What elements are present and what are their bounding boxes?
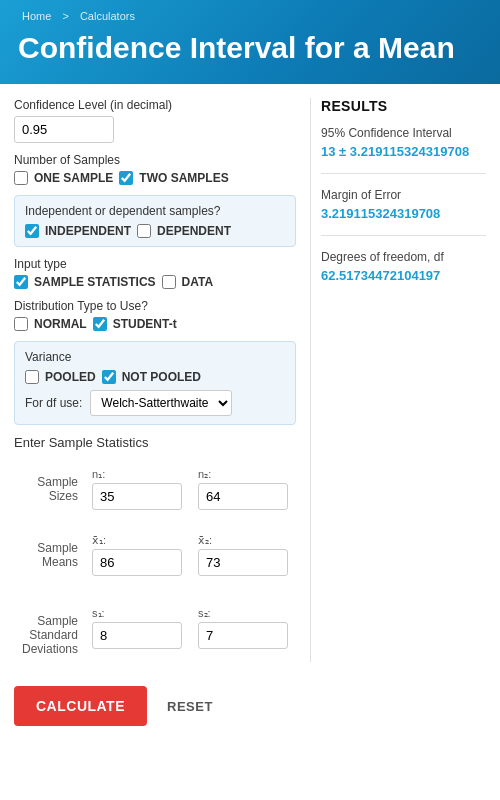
- for-df-label: For df use:: [25, 396, 82, 410]
- variance-box: Variance POOLED NOT POOLED For df use: W…: [14, 341, 296, 425]
- pooled-checkbox[interactable]: [25, 370, 39, 384]
- not-pooled-label[interactable]: NOT POOLED: [122, 370, 201, 384]
- dependent-label[interactable]: DEPENDENT: [157, 224, 231, 238]
- input-type-label: Input type: [14, 257, 296, 271]
- page-title: Confidence Interval for a Mean: [18, 30, 482, 66]
- n2-input[interactable]: [198, 483, 288, 510]
- sample-sizes-row-label: Sample Sizes: [16, 464, 84, 514]
- main-content: Confidence Level (in decimal) Number of …: [0, 84, 500, 676]
- independent-checkbox[interactable]: [25, 224, 39, 238]
- breadcrumb-separator: >: [62, 10, 68, 22]
- independent-dependent-box: Independent or dependent samples? INDEPE…: [14, 195, 296, 247]
- for-df-row: For df use: Welch-Satterthwaite Min(n1-1…: [25, 390, 285, 416]
- sample-means-table: Sample Means x̄₁: x̄₂:: [14, 528, 296, 582]
- breadcrumb-section[interactable]: Calculators: [80, 10, 135, 22]
- x1-sublabel: x̄₁:: [92, 534, 182, 547]
- sample-statistics-checkbox[interactable]: [14, 275, 28, 289]
- sample-statistics-label[interactable]: SAMPLE STATISTICS: [34, 275, 156, 289]
- input-type-group: Input type SAMPLE STATISTICS DATA: [14, 257, 296, 289]
- x2-sublabel: x̄₂:: [198, 534, 288, 547]
- samples-options-row: ONE SAMPLE TWO SAMPLES: [14, 171, 296, 185]
- distribution-type-group: Distribution Type to Use? NORMAL STUDENT…: [14, 299, 296, 331]
- independent-dependent-label: Independent or dependent samples?: [25, 204, 285, 218]
- enter-sample-stats-group: Enter Sample Statistics Sample Sizes n₁:…: [14, 435, 296, 662]
- variance-options-row: POOLED NOT POOLED: [25, 370, 285, 384]
- s2-sublabel: s₂:: [198, 607, 288, 620]
- one-sample-label[interactable]: ONE SAMPLE: [34, 171, 113, 185]
- n2-group: n₂:: [198, 468, 288, 510]
- breadcrumb-home[interactable]: Home: [22, 10, 51, 22]
- moe-result-item: Margin of Error 3.219115324319708: [321, 188, 486, 236]
- s2-group: s₂:: [198, 607, 288, 649]
- one-sample-checkbox[interactable]: [14, 171, 28, 185]
- button-row: CALCULATE RESET: [0, 676, 500, 740]
- results-title: RESULTS: [321, 98, 486, 114]
- number-of-samples-group: Number of Samples ONE SAMPLE TWO SAMPLES: [14, 153, 296, 185]
- x2-input[interactable]: [198, 549, 288, 576]
- input-type-row: SAMPLE STATISTICS DATA: [14, 275, 296, 289]
- left-column: Confidence Level (in decimal) Number of …: [14, 98, 296, 662]
- two-samples-checkbox[interactable]: [119, 171, 133, 185]
- x1-group: x̄₁:: [92, 534, 182, 576]
- df-result-item: Degrees of freedom, df 62.51734472104197: [321, 250, 486, 297]
- confidence-level-label: Confidence Level (in decimal): [14, 98, 296, 112]
- ci-result-item: 95% Confidence Interval 13 ± 3.219115324…: [321, 126, 486, 174]
- number-of-samples-label: Number of Samples: [14, 153, 296, 167]
- n1-group: n₁:: [92, 468, 182, 510]
- variance-label: Variance: [25, 350, 285, 364]
- s1-group: s₁:: [92, 607, 182, 649]
- sample-std-table: Sample Standard Deviations s₁: s₂:: [14, 594, 296, 662]
- x1-input[interactable]: [92, 549, 182, 576]
- moe-value: 3.219115324319708: [321, 206, 486, 221]
- s1-sublabel: s₁:: [92, 607, 182, 620]
- ci-label: 95% Confidence Interval: [321, 126, 486, 140]
- normal-label[interactable]: NORMAL: [34, 317, 87, 331]
- independent-dependent-row: INDEPENDENT DEPENDENT: [25, 224, 285, 238]
- n2-sublabel: n₂:: [198, 468, 288, 481]
- breadcrumb: Home > Calculators: [18, 10, 482, 22]
- student-t-checkbox[interactable]: [93, 317, 107, 331]
- sample-sizes-table: Sample Sizes n₁: n₂:: [14, 462, 296, 516]
- confidence-level-input[interactable]: [14, 116, 114, 143]
- dependent-checkbox[interactable]: [137, 224, 151, 238]
- right-column: RESULTS 95% Confidence Interval 13 ± 3.2…: [310, 98, 486, 662]
- s2-input[interactable]: [198, 622, 288, 649]
- distribution-type-label: Distribution Type to Use?: [14, 299, 296, 313]
- s1-input[interactable]: [92, 622, 182, 649]
- df-label: Degrees of freedom, df: [321, 250, 486, 264]
- ci-value: 13 ± 3.219115324319708: [321, 144, 486, 159]
- x2-group: x̄₂:: [198, 534, 288, 576]
- pooled-label[interactable]: POOLED: [45, 370, 96, 384]
- data-checkbox[interactable]: [162, 275, 176, 289]
- sample-std-row-label: Sample Standard Deviations: [16, 596, 84, 660]
- reset-button[interactable]: RESET: [167, 699, 213, 714]
- data-label[interactable]: DATA: [182, 275, 214, 289]
- moe-label: Margin of Error: [321, 188, 486, 202]
- header: Home > Calculators Confidence Interval f…: [0, 0, 500, 84]
- n1-input[interactable]: [92, 483, 182, 510]
- not-pooled-checkbox[interactable]: [102, 370, 116, 384]
- df-select[interactable]: Welch-Satterthwaite Min(n1-1, n2-1): [90, 390, 232, 416]
- n1-sublabel: n₁:: [92, 468, 182, 481]
- sample-means-row-label: Sample Means: [16, 530, 84, 580]
- distribution-type-row: NORMAL STUDENT-t: [14, 317, 296, 331]
- normal-checkbox[interactable]: [14, 317, 28, 331]
- enter-stats-label: Enter Sample Statistics: [14, 435, 296, 450]
- df-value: 62.51734472104197: [321, 268, 486, 283]
- independent-label[interactable]: INDEPENDENT: [45, 224, 131, 238]
- two-samples-label[interactable]: TWO SAMPLES: [139, 171, 228, 185]
- confidence-level-group: Confidence Level (in decimal): [14, 98, 296, 143]
- calculate-button[interactable]: CALCULATE: [14, 686, 147, 726]
- student-t-label[interactable]: STUDENT-t: [113, 317, 177, 331]
